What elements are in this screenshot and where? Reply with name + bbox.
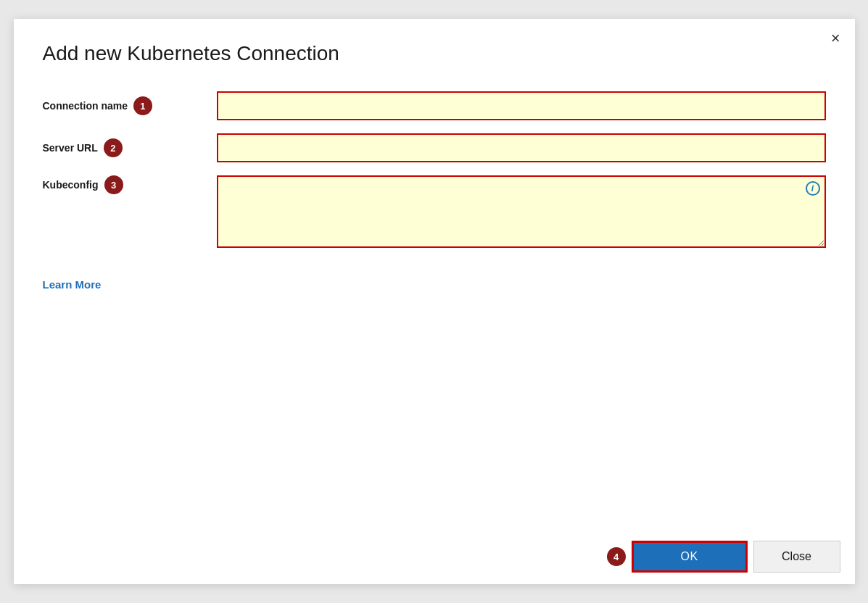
step-badge-1: 1: [133, 96, 152, 115]
connection-name-input[interactable]: [217, 91, 826, 120]
kubeconfig-row: Kubeconfig 3 i: [43, 175, 826, 251]
close-button[interactable]: Close: [753, 541, 840, 573]
kubeconfig-label-area: Kubeconfig 3: [43, 175, 217, 194]
kubeconfig-info-icon[interactable]: i: [806, 181, 820, 196]
connection-name-label-area: Connection name 1: [43, 96, 217, 115]
kubeconfig-label: Kubeconfig: [43, 179, 99, 191]
dialog-close-x-button[interactable]: ×: [831, 30, 840, 46]
step-badge-4: 4: [607, 547, 626, 566]
footer-inner: 4 OK Close: [607, 541, 840, 573]
connection-name-label: Connection name: [43, 100, 128, 112]
server-url-label-area: Server URL 2: [43, 138, 217, 157]
learn-more-link[interactable]: Learn More: [43, 278, 102, 291]
form-section: Connection name 1 Server URL 2 Kubeconfi…: [43, 91, 826, 251]
step-badge-2: 2: [104, 138, 123, 157]
connection-name-row: Connection name 1: [43, 91, 826, 120]
kubeconfig-textarea[interactable]: [217, 175, 826, 248]
server-url-label: Server URL: [43, 142, 98, 154]
step-badge-3: 3: [104, 175, 123, 194]
connection-name-field-wrapper: [217, 91, 826, 120]
dialog-title: Add new Kubernetes Connection: [43, 42, 826, 65]
kubeconfig-field-wrapper: i: [217, 175, 826, 251]
ok-button[interactable]: OK: [632, 541, 748, 573]
server-url-field-wrapper: [217, 133, 826, 162]
add-kubernetes-connection-dialog: × Add new Kubernetes Connection Connecti…: [14, 19, 855, 584]
server-url-input[interactable]: [217, 133, 826, 162]
server-url-row: Server URL 2: [43, 133, 826, 162]
dialog-footer: 4 OK Close: [14, 529, 855, 584]
